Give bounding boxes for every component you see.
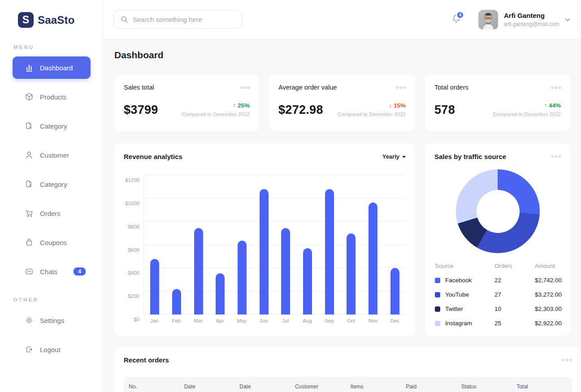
more-options-icon[interactable] [396, 85, 406, 90]
legend-row-facebook: Facebook 22 $2,742.00 [435, 277, 562, 284]
search-input[interactable] [133, 16, 231, 23]
sidebar-item-label: Dashboard [40, 64, 73, 72]
stat-card-title: Total orders [434, 84, 468, 91]
sidebar-item-settings[interactable]: Settings [13, 309, 91, 332]
user-email: arfi.ganteng@mail.com [504, 21, 559, 27]
revenue-bar [303, 248, 312, 314]
stat-card-average-order-value: Average order value $272.98 ↓ 15% Compar… [269, 75, 415, 132]
revenue-card-title: Revenue analytics [124, 153, 182, 160]
revenue-bar [281, 228, 290, 314]
chats-badge: 4 [74, 267, 86, 276]
main-content: Dashboard Sales total $3799 ↑ 25% Compar… [104, 39, 581, 392]
bar-chart-icon [25, 63, 34, 72]
stat-delta: ↓ 15% [338, 102, 406, 109]
stat-card-value: $272.98 [278, 103, 323, 117]
orders-column-status: Status [461, 383, 517, 390]
sidebar-item-label: Category [40, 122, 67, 130]
instagram-swatch-icon [435, 321, 440, 326]
sidebar-item-label: Coupons [40, 239, 67, 246]
orders-column-items: Items [351, 383, 406, 390]
search-icon [121, 16, 128, 23]
more-options-icon[interactable] [551, 154, 561, 159]
legend-header-amount: Amount [535, 263, 562, 269]
revenue-bar [325, 189, 334, 314]
legend-header-source: Source [435, 263, 494, 269]
range-select-dropdown[interactable]: Yearly [382, 153, 406, 160]
legend-row-twitter: Twitter 10 $2,303.00 [435, 306, 562, 312]
orders-table-header-row: No. Date Date Customer Items Paid Status… [124, 377, 572, 392]
stat-card-sales-total: Sales total $3799 ↑ 25% Compared to Dece… [114, 75, 259, 132]
orders-column-paid: Paid [406, 383, 461, 390]
sidebar-item-category[interactable]: Category [13, 115, 91, 137]
cart-icon [25, 209, 34, 218]
stat-card-total-orders: Total orders 578 ↑ 44% Compared to Decem… [425, 75, 570, 132]
stat-compare-label: Compared to December 2022 [338, 112, 406, 117]
revenue-bar [369, 202, 377, 314]
revenue-bar [347, 233, 356, 314]
sidebar-item-dashboard[interactable]: Dashboard [13, 56, 91, 79]
user-name: Arfi Ganteng [504, 12, 545, 19]
recent-orders-title: Recent orders [124, 356, 169, 364]
sidebar-item-chats[interactable]: Chats 4 [13, 260, 91, 283]
sidebar: S SaaSto MENU Dashboard Products Categor… [0, 0, 104, 392]
sidebar-item-label: Customer [40, 151, 69, 159]
user-avatar[interactable] [478, 10, 498, 30]
brand-logo: S SaaSto [0, 0, 103, 28]
notification-count-badge: 4 [456, 11, 464, 19]
traffic-card-title: Sales by traffic source [434, 153, 506, 160]
twitter-swatch-icon [435, 306, 440, 312]
orders-column-date-2: Date [239, 383, 295, 390]
search-box[interactable] [113, 10, 242, 29]
sidebar-item-category-2[interactable]: Category [13, 173, 91, 195]
category-icon [25, 121, 34, 130]
category-icon [25, 180, 34, 189]
sidebar-item-customer[interactable]: Customer [13, 144, 91, 166]
revenue-bar [216, 273, 225, 314]
more-options-icon[interactable] [562, 358, 572, 362]
orders-column-customer: Customer [295, 383, 351, 390]
brand-logo-icon: S [18, 12, 34, 28]
notifications-button[interactable]: 4 [451, 13, 462, 25]
stat-delta: ↑ 44% [493, 102, 561, 109]
sidebar-item-label: Category [40, 181, 67, 188]
user-icon [25, 151, 34, 159]
recent-orders-card: Recent orders No. Date Date Customer Ite… [114, 347, 581, 392]
traffic-legend-table: Source Orders Amount Facebook 22 $2,742.… [435, 263, 562, 327]
trend-arrow-icon: ↑ [544, 102, 547, 109]
orders-column-no: No. [129, 383, 184, 390]
youtube-swatch-icon [435, 292, 440, 297]
brand-name: SaaSto [38, 14, 75, 26]
sidebar-item-orders[interactable]: Orders [13, 202, 91, 224]
revenue-bar [172, 289, 181, 314]
gear-icon [25, 316, 34, 325]
revenue-plot: $0$200$400$600$800$1000$1200 [143, 175, 406, 314]
sidebar-item-coupons[interactable]: Coupons [13, 231, 91, 254]
legend-row-youtube: YouTube 27 $3,272.00 [435, 291, 562, 298]
more-options-icon[interactable] [551, 85, 561, 90]
revenue-bar [238, 241, 247, 314]
sidebar-item-logout[interactable]: Logout [13, 338, 91, 361]
revenue-bar [260, 189, 269, 314]
legend-row-instagram: Instagram 25 $2,922.00 [435, 320, 562, 327]
sidebar-item-products[interactable]: Products [13, 86, 91, 108]
sidebar-nav: Dashboard Products Category Customer Cat [0, 56, 103, 283]
stat-compare-label: Compared to December 2022 [182, 112, 250, 117]
stat-card-title: Sales total [124, 84, 154, 91]
trend-arrow-icon: ↑ [233, 102, 236, 109]
traffic-donut-chart [456, 169, 540, 253]
revenue-month-labels: JanFebMarAprMayJunJulAugSepOctNovDec [143, 318, 406, 323]
chevron-down-icon[interactable] [564, 16, 572, 24]
trend-arrow-icon: ↓ [389, 102, 392, 109]
topbar: 4 Arfi Ganteng arfi.ganteng@mail.com [104, 0, 581, 39]
sidebar-item-label: Products [40, 93, 66, 101]
package-icon [25, 92, 34, 101]
sidebar-item-label: Chats [40, 268, 57, 276]
revenue-bar [150, 259, 159, 314]
range-select-value: Yearly [382, 153, 399, 160]
stat-card-title: Average order value [278, 84, 337, 91]
more-options-icon[interactable] [240, 85, 250, 90]
sidebar-item-label: Logout [40, 346, 61, 353]
sidebar-item-label: Orders [40, 210, 61, 217]
menu-section-label: MENU [0, 44, 103, 50]
dropdown-arrow-icon [402, 156, 406, 158]
